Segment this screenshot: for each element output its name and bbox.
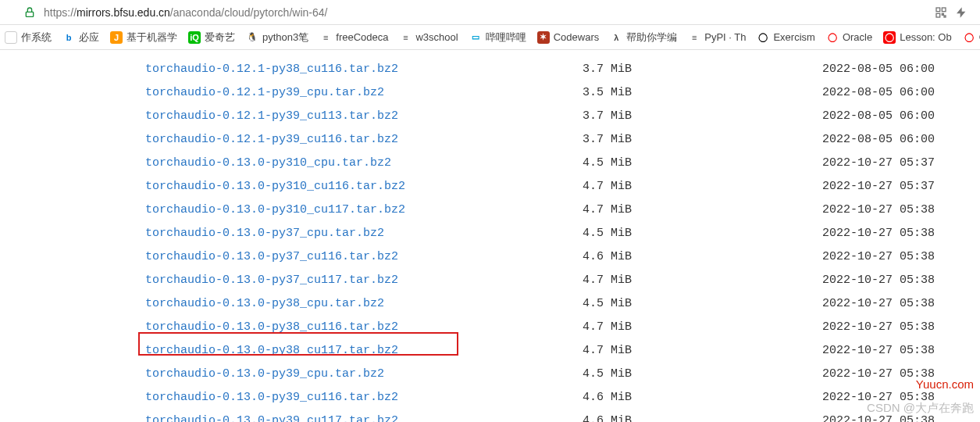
file-link[interactable]: torchaudio-0.13.0-py38_cpu.tar.bz2 xyxy=(145,292,583,316)
table-row: torchaudio-0.13.0-py310_cu117.tar.bz24.7… xyxy=(145,198,980,222)
bookmark-item[interactable]: 作系统 xyxy=(5,30,52,45)
table-row: torchaudio-0.13.0-py37_cu116.tar.bz24.6 … xyxy=(145,245,980,269)
svg-rect-4 xyxy=(942,13,943,15)
bookmark-item[interactable]: ▭哔哩哔哩 xyxy=(469,30,526,45)
bookmark-item[interactable]: λ帮助你学编 xyxy=(610,30,677,45)
table-row: torchaudio-0.13.0-py39_cpu.tar.bz24.5 Mi… xyxy=(145,363,980,386)
file-link[interactable]: torchaudio-0.13.0-py38_cu116.tar.bz2 xyxy=(145,316,583,339)
file-link[interactable]: torchaudio-0.13.0-py39_cu117.tar.bz2 xyxy=(145,409,583,422)
watermark-csdn: CSDN @大卢在奔跑 xyxy=(867,401,974,416)
file-size: 4.7 MiB xyxy=(583,198,723,222)
bookmark-item[interactable]: ≡w3school xyxy=(399,31,458,44)
file-date: 2022-08-05 06:00 xyxy=(723,105,980,128)
bookmark-item[interactable]: ✶Codewars xyxy=(537,31,600,44)
table-row: torchaudio-0.13.0-py38_cpu.tar.bz24.5 Mi… xyxy=(145,292,980,316)
bookmark-label: python3笔 xyxy=(262,30,308,45)
url-host: mirrors.bfsu.edu.cn xyxy=(77,6,170,19)
file-link[interactable]: torchaudio-0.12.1-py38_cu116.tar.bz2 xyxy=(145,58,583,81)
table-row: torchaudio-0.13.0-py310_cu116.tar.bz24.7… xyxy=(145,175,980,198)
table-row: torchaudio-0.12.1-py38_cu116.tar.bz23.7 … xyxy=(145,58,980,81)
svg-rect-2 xyxy=(942,8,946,12)
bookmark-label: freeCodeca xyxy=(336,31,388,43)
bookmark-item[interactable]: iQ爱奇艺 xyxy=(188,30,235,45)
bookmark-label: w3school xyxy=(415,31,458,43)
svg-rect-1 xyxy=(936,8,940,12)
favicon: iQ xyxy=(188,31,201,44)
file-date: 2022-10-27 05:38 xyxy=(723,316,980,339)
directory-listing: torchaudio-0.12.1-py38_cu116.tar.bz23.7 … xyxy=(0,50,980,422)
file-size: 4.5 MiB xyxy=(583,152,723,175)
url-scheme: https:// xyxy=(44,6,77,19)
file-date: 2022-10-27 05:38 xyxy=(723,292,980,316)
file-link[interactable]: torchaudio-0.13.0-py310_cpu.tar.bz2 xyxy=(145,152,583,175)
file-link[interactable]: torchaudio-0.13.0-py310_cu117.tar.bz2 xyxy=(145,198,583,222)
table-row: torchaudio-0.12.1-py39_cu116.tar.bz23.7 … xyxy=(145,128,980,152)
file-link[interactable]: torchaudio-0.13.0-py37_cu117.tar.bz2 xyxy=(145,269,583,292)
url-display[interactable]: https://mirrors.bfsu.edu.cn/anaconda/clo… xyxy=(44,6,327,19)
table-row: torchaudio-0.13.0-py39_cu117.tar.bz24.6 … xyxy=(145,409,980,422)
flash-icon[interactable] xyxy=(955,6,968,19)
file-link[interactable]: torchaudio-0.13.0-py38_cu117.tar.bz2 xyxy=(145,339,583,363)
favicon: λ xyxy=(610,31,622,44)
favicon: ◯ xyxy=(883,31,896,44)
bookmark-label: Exercism xyxy=(773,31,814,43)
file-size: 4.7 MiB xyxy=(583,175,723,198)
bookmark-item[interactable]: ◯Oracle xyxy=(826,31,872,44)
file-link[interactable]: torchaudio-0.12.1-py39_cpu.tar.bz2 xyxy=(145,81,583,105)
file-date: 2022-08-05 06:00 xyxy=(723,58,980,81)
bookmark-item[interactable]: ≡freeCodeca xyxy=(319,31,388,44)
file-size: 4.7 MiB xyxy=(583,316,723,339)
file-date: 2022-10-27 05:38 xyxy=(723,198,980,222)
file-size: 4.6 MiB xyxy=(583,245,723,269)
bookmark-label: PyPI · Th xyxy=(704,31,746,43)
file-date: 2022-08-05 06:00 xyxy=(723,128,980,152)
file-size: 3.7 MiB xyxy=(583,58,723,81)
file-size: 4.6 MiB xyxy=(583,386,723,409)
favicon: ◯ xyxy=(826,31,839,44)
file-date: 2022-10-27 05:38 xyxy=(723,269,980,292)
favicon: ✶ xyxy=(537,31,550,44)
bookmark-item[interactable]: ◯Oracle De xyxy=(963,31,980,44)
file-link[interactable]: torchaudio-0.13.0-py39_cpu.tar.bz2 xyxy=(145,363,583,386)
bookmark-item[interactable]: ≡PyPI · Th xyxy=(688,31,746,44)
bookmark-label: 必应 xyxy=(79,30,99,45)
file-link[interactable]: torchaudio-0.13.0-py39_cu116.tar.bz2 xyxy=(145,386,583,409)
bookmark-label: 爱奇艺 xyxy=(205,30,235,45)
table-row: torchaudio-0.13.0-py37_cu117.tar.bz24.7 … xyxy=(145,269,980,292)
bookmark-item[interactable]: J基于机器学 xyxy=(110,30,177,45)
bookmark-item[interactable]: 🐧python3笔 xyxy=(246,30,308,45)
file-link[interactable]: torchaudio-0.12.1-py39_cu116.tar.bz2 xyxy=(145,128,583,152)
file-date: 2022-10-27 05:37 xyxy=(723,175,980,198)
svg-rect-0 xyxy=(26,12,33,16)
file-date: 2022-08-05 06:00 xyxy=(723,81,980,105)
file-size: 4.5 MiB xyxy=(583,292,723,316)
url-path: /anaconda/cloud/pytorch/win-64/ xyxy=(170,6,328,19)
file-link[interactable]: torchaudio-0.13.0-py310_cu116.tar.bz2 xyxy=(145,175,583,198)
address-bar-actions xyxy=(935,6,974,19)
favicon: ◯ xyxy=(757,31,769,44)
file-date: 2022-10-27 05:38 xyxy=(723,245,980,269)
watermark-yuucn: Yuucn.com xyxy=(916,377,974,391)
bookmark-item[interactable]: ◯Exercism xyxy=(757,31,814,44)
address-bar: https://mirrors.bfsu.edu.cn/anaconda/clo… xyxy=(0,0,980,25)
file-link[interactable]: torchaudio-0.13.0-py37_cu116.tar.bz2 xyxy=(145,245,583,269)
file-size: 4.5 MiB xyxy=(583,363,723,386)
bookmark-item[interactable]: b必应 xyxy=(62,30,99,45)
table-row: torchaudio-0.12.1-py39_cpu.tar.bz23.5 Mi… xyxy=(145,81,980,105)
bookmark-label: Codewars xyxy=(554,31,600,43)
bookmark-label: Oracle xyxy=(843,31,872,43)
favicon: ≡ xyxy=(399,31,412,44)
bookmark-label: 帮助你学编 xyxy=(626,30,677,45)
file-link[interactable]: torchaudio-0.13.0-py37_cpu.tar.bz2 xyxy=(145,222,583,245)
favicon: J xyxy=(110,31,123,44)
bookmark-item[interactable]: ◯Lesson: Ob xyxy=(883,31,952,44)
qr-code-icon[interactable] xyxy=(935,6,947,19)
svg-rect-3 xyxy=(936,13,940,17)
file-size: 4.7 MiB xyxy=(583,339,723,363)
file-size: 4.6 MiB xyxy=(583,409,723,422)
file-link[interactable]: torchaudio-0.12.1-py39_cu113.tar.bz2 xyxy=(145,105,583,128)
file-date: 2022-10-27 05:37 xyxy=(723,152,980,175)
favicon: ▭ xyxy=(469,31,482,44)
bookmark-label: Lesson: Ob xyxy=(900,31,952,43)
table-row: torchaudio-0.13.0-py39_cu116.tar.bz24.6 … xyxy=(145,386,980,409)
